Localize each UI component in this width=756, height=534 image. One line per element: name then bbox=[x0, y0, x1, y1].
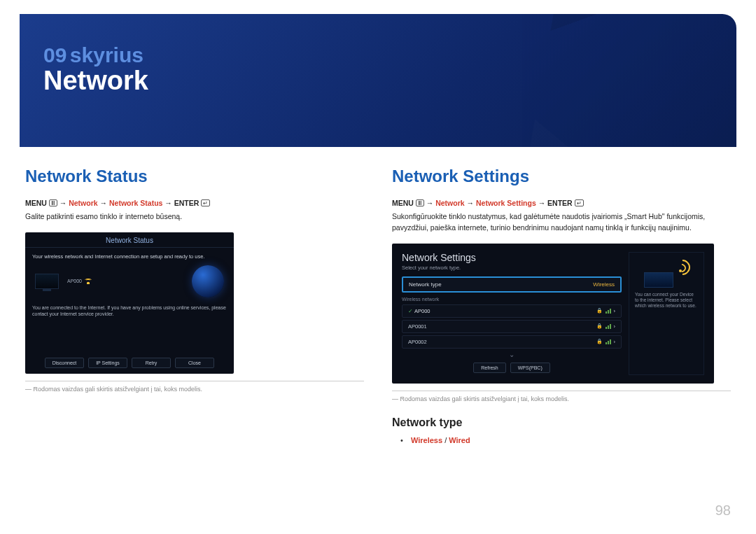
right-column: Network Settings MENU Ⅲ → Network → Netw… bbox=[392, 167, 731, 444]
ip-settings-button[interactable]: IP Settings bbox=[88, 358, 127, 368]
page-number: 98 bbox=[715, 503, 731, 519]
network-status-heading: Network Status bbox=[25, 167, 364, 186]
check-icon: ✓ bbox=[408, 308, 413, 314]
bc-status: Network Status bbox=[109, 199, 162, 207]
menu-label: MENU bbox=[25, 199, 47, 207]
right-desc: Sukonfigūruokite tinklo nustatymus, kad … bbox=[392, 211, 731, 234]
chapter-number: 09 bbox=[43, 43, 66, 66]
right-footnote: ― Rodomas vaizdas gali skirtis atsižvelg… bbox=[392, 395, 731, 402]
lock-icon: 🔒 bbox=[596, 323, 603, 329]
ap0: AP000 bbox=[414, 308, 430, 314]
ss2-side-text: You can connect your Device to the inter… bbox=[635, 292, 698, 309]
bc-settings: Network Settings bbox=[476, 199, 536, 207]
footnote-text: Rodomas vaizdas gali skirtis atsižvelgia… bbox=[400, 395, 570, 402]
refresh-button[interactable]: Refresh bbox=[473, 363, 506, 373]
lock-icon: 🔒 bbox=[596, 339, 603, 344]
arrow: → bbox=[100, 199, 108, 207]
ss-line1: Your wireless network and Internet conne… bbox=[32, 253, 227, 260]
ap-row-0[interactable]: ✓AP000 🔒› bbox=[402, 304, 622, 318]
menu-label: MENU bbox=[392, 199, 414, 207]
wps-button[interactable]: WPS(PBC) bbox=[510, 363, 550, 373]
section-title: Network bbox=[43, 66, 713, 96]
network-settings-heading: Network Settings bbox=[392, 167, 731, 186]
tv-icon bbox=[35, 274, 59, 289]
ap-row-1[interactable]: AP0001 🔒› bbox=[402, 320, 622, 333]
network-type-selector[interactable]: Network type Wireless bbox=[402, 276, 622, 293]
enter-label: ENTER bbox=[174, 199, 200, 207]
ap2: AP0002 bbox=[408, 339, 427, 345]
chevron-right-icon: › bbox=[614, 323, 616, 330]
footnote-text: Rodomas vaizdas gali skirtis atsižvelgia… bbox=[34, 386, 203, 393]
menu-icon: Ⅲ bbox=[49, 199, 57, 206]
ss2-subtitle: Select your network type. bbox=[402, 265, 622, 271]
enter-label: ENTER bbox=[547, 199, 573, 207]
chevron-right-icon: › bbox=[614, 308, 616, 314]
dash: ― bbox=[392, 395, 398, 402]
dash: ― bbox=[25, 386, 31, 393]
bc-network: Network bbox=[69, 199, 97, 207]
nt-label: Network type bbox=[409, 281, 442, 288]
opt-wired: Wired bbox=[449, 436, 470, 444]
ap1: AP0001 bbox=[408, 323, 427, 330]
opt-wireless: Wireless bbox=[411, 436, 442, 444]
chapter-header: 09 skyrius Network bbox=[20, 14, 736, 147]
chevron-right-icon: › bbox=[614, 339, 616, 345]
arrow: → bbox=[164, 199, 172, 207]
ss-line2: You are connected to the Internet. If yo… bbox=[32, 304, 227, 317]
disconnect-button[interactable]: Disconnect bbox=[45, 358, 84, 368]
enter-icon: ↵ bbox=[201, 199, 210, 206]
screenshot-network-settings: Network Settings Select your network typ… bbox=[392, 244, 714, 384]
screenshot-network-status: Network Status Your wireless network and… bbox=[25, 232, 234, 374]
nt-value: Wireless bbox=[593, 281, 615, 288]
network-type-subheading: Network type bbox=[392, 416, 731, 429]
left-column: Network Status MENU Ⅲ → Network → Networ… bbox=[25, 167, 364, 444]
arrow: → bbox=[467, 199, 475, 207]
opt-sep: / bbox=[442, 436, 449, 444]
signal-icon bbox=[606, 324, 611, 329]
chapter-word-text: skyrius bbox=[70, 43, 144, 66]
divider bbox=[25, 381, 364, 381]
globe-icon bbox=[192, 265, 224, 297]
enter-icon: ↵ bbox=[575, 199, 584, 206]
ss2-side-panel: You can connect your Device to the inter… bbox=[629, 252, 704, 375]
wireless-network-label: Wireless network bbox=[402, 297, 622, 302]
lock-icon: 🔒 bbox=[596, 308, 603, 314]
arrow: → bbox=[538, 199, 546, 207]
ss2-title: Network Settings bbox=[402, 252, 622, 263]
wifi-icon bbox=[85, 279, 92, 284]
ap-row-2[interactable]: AP0002 🔒› bbox=[402, 335, 622, 349]
network-type-options: Wireless / Wired bbox=[392, 436, 731, 444]
bc-network: Network bbox=[435, 199, 464, 207]
signal-icon bbox=[606, 339, 611, 344]
left-footnote: ― Rodomas vaizdas gali skirtis atsižvelg… bbox=[25, 386, 364, 393]
divider bbox=[392, 391, 731, 391]
retry-button[interactable]: Retry bbox=[132, 358, 171, 368]
router-icon bbox=[641, 260, 692, 288]
breadcrumb-right: MENU Ⅲ → Network → Network Settings → EN… bbox=[392, 199, 731, 207]
arrow: → bbox=[59, 199, 67, 207]
breadcrumb-left: MENU Ⅲ → Network → Network Status → ENTE… bbox=[25, 199, 364, 207]
menu-icon: Ⅲ bbox=[416, 199, 424, 206]
signal-icon bbox=[606, 309, 611, 314]
ss-title: Network Status bbox=[25, 232, 234, 248]
left-desc: Galite patikrinti esamo tinklo ir intern… bbox=[25, 211, 364, 223]
close-button[interactable]: Close bbox=[175, 358, 214, 368]
arrow: → bbox=[426, 199, 434, 207]
chevron-down-icon[interactable]: ⌄ bbox=[402, 351, 622, 358]
ap-label: AP000 bbox=[67, 279, 82, 283]
